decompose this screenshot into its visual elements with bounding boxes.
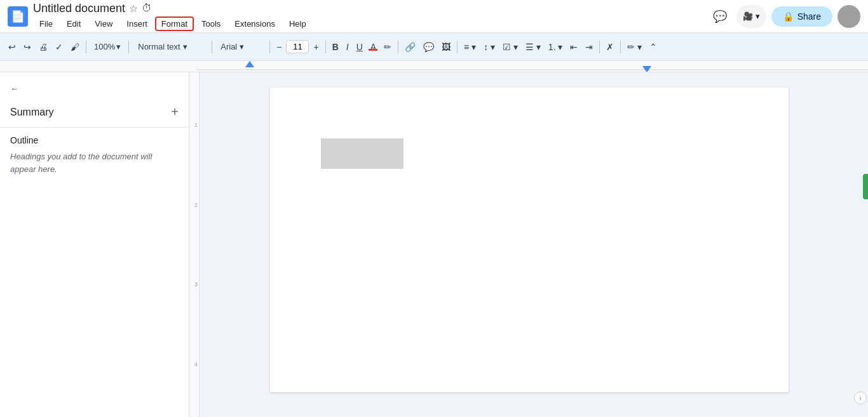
- undo-button[interactable]: ↩: [5, 39, 19, 55]
- font-label: Arial: [220, 42, 237, 51]
- zoom-selector[interactable]: 100% ▾: [90, 40, 125, 53]
- summary-header: Summary +: [10, 105, 179, 119]
- chat-button[interactable]: 💬: [709, 5, 731, 28]
- decrease-font-button[interactable]: −: [273, 39, 285, 55]
- indent-more-button[interactable]: ⇥: [582, 39, 596, 55]
- placeholder-image: [321, 138, 403, 169]
- video-dropdown: ▾: [756, 11, 760, 21]
- document-area[interactable]: [200, 72, 859, 417]
- left-gutter: 1 2 3 4: [189, 72, 200, 417]
- menu-file[interactable]: File: [33, 17, 59, 31]
- menu-bar: File Edit View Insert Format Tools Exten…: [33, 17, 703, 31]
- outline-label: Outline: [10, 135, 179, 145]
- underline-button[interactable]: U: [353, 39, 366, 55]
- toolbar: ↩ ↪ 🖨 ✓ 🖌 100% ▾ Normal text ▾ Arial ▾ −…: [0, 33, 868, 61]
- ruler-number-1: 1: [194, 122, 198, 128]
- zoom-value: 100%: [94, 42, 115, 51]
- bullets-button[interactable]: ☰ ▾: [522, 39, 544, 55]
- style-selector[interactable]: Normal text ▾: [132, 40, 208, 53]
- paint-format-button[interactable]: 🖌: [67, 39, 83, 55]
- ruler: [0, 61, 868, 72]
- menu-insert[interactable]: Insert: [120, 17, 154, 31]
- indent-less-button[interactable]: ⇤: [567, 39, 581, 55]
- separator-7: [457, 41, 458, 53]
- expand-button[interactable]: ⌃: [646, 39, 660, 55]
- doc-title[interactable]: Untitled document: [33, 2, 125, 15]
- back-button[interactable]: ←: [0, 80, 189, 97]
- style-label: Normal text: [138, 42, 180, 51]
- menu-extensions[interactable]: Extensions: [228, 17, 281, 31]
- share-label: Share: [797, 11, 821, 22]
- ruler-number-2: 2: [194, 202, 198, 208]
- clear-format-button[interactable]: ✗: [603, 39, 617, 55]
- text-color-indicator: [369, 49, 377, 51]
- edit-pen-button[interactable]: ✏ ▾: [624, 39, 645, 55]
- numbered-button[interactable]: 1. ▾: [545, 39, 566, 55]
- ruler-number-4: 4: [194, 361, 198, 367]
- history-icon[interactable]: ⏱: [142, 3, 152, 14]
- separator-6: [398, 41, 398, 53]
- text-color-a: A: [370, 42, 376, 52]
- share-button[interactable]: 🔒 Share: [771, 6, 832, 27]
- separator-3: [212, 41, 212, 53]
- video-call-button[interactable]: 🎥 ▾: [736, 5, 766, 28]
- main-layout: ← Summary + Outline Headings you add to …: [0, 72, 868, 417]
- video-icon: 🎥: [743, 11, 753, 21]
- italic-button[interactable]: I: [343, 39, 352, 55]
- bold-button[interactable]: B: [329, 39, 342, 55]
- increase-font-button[interactable]: +: [310, 39, 322, 55]
- top-right: 💬 🎥 ▾ 🔒 Share: [709, 5, 860, 28]
- doc-icon: 📄: [8, 6, 28, 27]
- green-tab[interactable]: [863, 174, 868, 199]
- zoom-dropdown-icon: ▾: [116, 42, 121, 51]
- style-dropdown-icon: ▾: [183, 42, 187, 51]
- menu-tools[interactable]: Tools: [195, 17, 227, 31]
- comment-button[interactable]: 💬: [420, 39, 437, 55]
- text-color-button[interactable]: A: [367, 39, 379, 55]
- ruler-number-3: 3: [194, 281, 198, 288]
- menu-format[interactable]: Format: [155, 17, 194, 31]
- font-dropdown-icon: ▾: [240, 42, 244, 51]
- back-arrow-icon: ←: [10, 84, 18, 93]
- redo-button[interactable]: ↪: [20, 39, 34, 55]
- align-button[interactable]: ≡ ▾: [461, 39, 479, 55]
- link-button[interactable]: 🔗: [402, 39, 419, 55]
- font-size-input[interactable]: [286, 40, 309, 53]
- outline-hint: Headings you add to the document will ap…: [10, 150, 179, 175]
- separator-8: [599, 41, 600, 53]
- summary-label: Summary: [10, 107, 53, 118]
- image-button[interactable]: 🖼: [438, 39, 454, 55]
- top-bar: 📄 Untitled document ☆ ⏱ File Edit View I…: [0, 0, 868, 33]
- svg-marker-1: [245, 61, 254, 67]
- summary-section: Summary +: [0, 97, 189, 128]
- lock-icon: 🔒: [783, 11, 794, 22]
- right-panel: ›: [859, 72, 868, 417]
- checklist-button[interactable]: ☑ ▾: [499, 39, 521, 55]
- add-summary-button[interactable]: +: [171, 105, 179, 119]
- collapse-button[interactable]: ›: [854, 392, 867, 404]
- separator-1: [86, 41, 86, 53]
- separator-5: [325, 41, 326, 53]
- line-spacing-button[interactable]: ↕ ▾: [480, 39, 498, 55]
- document-page[interactable]: [270, 88, 789, 392]
- separator-4: [269, 41, 270, 53]
- separator-9: [620, 41, 621, 53]
- doc-title-bar: Untitled document ☆ ⏱: [33, 2, 703, 15]
- print-button[interactable]: 🖨: [36, 39, 51, 55]
- highlight-button[interactable]: ✏: [381, 39, 395, 55]
- menu-help[interactable]: Help: [283, 17, 313, 31]
- menu-edit[interactable]: Edit: [60, 17, 87, 31]
- ruler-content: [196, 61, 868, 72]
- outline-section: Outline Headings you add to the document…: [0, 128, 189, 183]
- sidebar: ← Summary + Outline Headings you add to …: [0, 72, 189, 417]
- spellcheck-button[interactable]: ✓: [52, 39, 66, 55]
- title-area: Untitled document ☆ ⏱ File Edit View Ins…: [33, 2, 703, 31]
- svg-marker-2: [642, 66, 651, 72]
- menu-view[interactable]: View: [88, 17, 119, 31]
- star-icon[interactable]: ☆: [129, 3, 138, 15]
- separator-2: [128, 41, 129, 53]
- avatar: [837, 5, 860, 28]
- font-selector[interactable]: Arial ▾: [215, 41, 266, 53]
